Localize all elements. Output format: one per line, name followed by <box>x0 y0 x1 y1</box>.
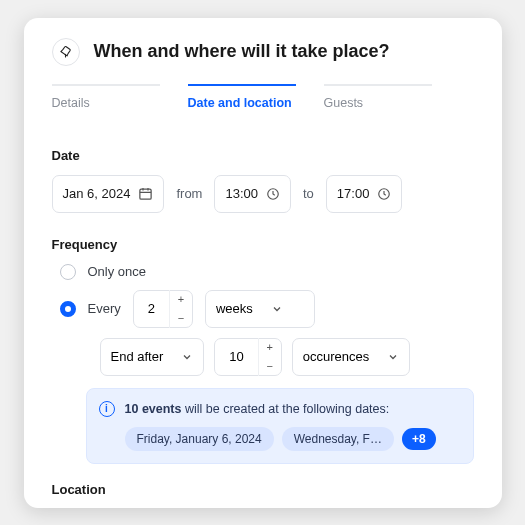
header: When and where will it take place? <box>52 38 474 66</box>
unit-select[interactable]: weeks <box>205 290 315 328</box>
interval-value: 2 <box>134 301 169 316</box>
date-section: Date Jan 6, 2024 from 13:00 to 17:00 <box>52 148 474 213</box>
end-after-label: End after <box>111 349 164 364</box>
date-label: Date <box>52 148 474 163</box>
date-value: Jan 6, 2024 <box>63 186 131 201</box>
chevron-down-icon <box>387 351 399 363</box>
plus-icon[interactable]: + <box>259 338 281 357</box>
svg-rect-1 <box>140 189 151 199</box>
chevron-down-icon <box>181 351 193 363</box>
info-icon: i <box>99 401 115 417</box>
event-form-card: When and where will it take place? Detai… <box>24 18 502 508</box>
radio-checked-icon <box>60 301 76 317</box>
radio-unchecked-icon <box>60 264 76 280</box>
unit-value: weeks <box>216 301 253 316</box>
date-picker[interactable]: Jan 6, 2024 <box>52 175 165 213</box>
pin-icon <box>52 38 80 66</box>
tab-guests[interactable]: Guests <box>324 84 432 122</box>
info-text: 10 events will be created at the followi… <box>125 402 390 416</box>
location-section: Location Physical <box>52 482 474 508</box>
end-after-select[interactable]: End after <box>100 338 205 376</box>
plus-icon[interactable]: + <box>170 290 192 309</box>
end-time-value: 17:00 <box>337 186 370 201</box>
frequency-option-every[interactable]: Every 2 + − weeks <box>60 290 474 328</box>
end-condition-row: End after 10 + − occurences <box>100 338 474 376</box>
clock-icon <box>377 187 391 201</box>
occurrences-select[interactable]: occurences <box>292 338 410 376</box>
frequency-section: Frequency Only once Every 2 + − weeks <box>52 237 474 464</box>
tabs: Details Date and location Guests <box>52 84 474 122</box>
occurrences-label: occurences <box>303 349 369 364</box>
tab-date-location[interactable]: Date and location <box>188 84 296 122</box>
date-chip[interactable]: Wednesday, F… <box>282 427 394 451</box>
end-count-stepper[interactable]: 10 + − <box>214 338 281 376</box>
tab-details[interactable]: Details <box>52 84 160 122</box>
more-chip[interactable]: +8 <box>402 428 436 450</box>
info-box: i 10 events will be created at the follo… <box>86 388 474 464</box>
start-time-picker[interactable]: 13:00 <box>214 175 291 213</box>
every-label: Every <box>88 301 121 316</box>
clock-icon <box>266 187 280 201</box>
date-chip[interactable]: Friday, January 6, 2024 <box>125 427 274 451</box>
start-time-value: 13:00 <box>225 186 258 201</box>
chevron-down-icon <box>271 303 283 315</box>
page-title: When and where will it take place? <box>94 41 390 62</box>
interval-stepper[interactable]: 2 + − <box>133 290 193 328</box>
frequency-label: Frequency <box>52 237 474 252</box>
minus-icon[interactable]: − <box>259 357 281 376</box>
end-count-value: 10 <box>215 349 257 364</box>
to-label: to <box>303 186 314 201</box>
only-once-label: Only once <box>88 264 147 279</box>
location-label: Location <box>52 482 474 497</box>
calendar-icon <box>138 186 153 201</box>
frequency-option-once[interactable]: Only once <box>60 264 474 280</box>
minus-icon[interactable]: − <box>170 309 192 328</box>
from-label: from <box>176 186 202 201</box>
end-time-picker[interactable]: 17:00 <box>326 175 403 213</box>
